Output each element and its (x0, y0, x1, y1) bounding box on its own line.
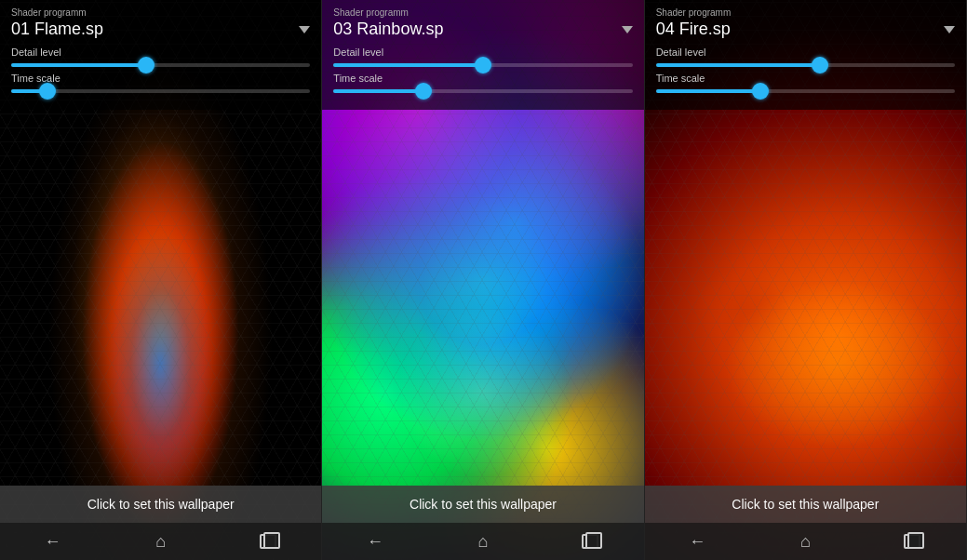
nav-bar-fire (645, 523, 966, 560)
detail-fill-rainbow (333, 63, 483, 67)
detail-slider-fire[interactable] (656, 63, 955, 67)
home-button-fire[interactable] (790, 530, 820, 553)
spacer-rainbow (322, 110, 643, 486)
back-icon-fire (689, 532, 707, 551)
detail-label-flame: Detail level (11, 47, 310, 58)
back-icon-flame (45, 532, 63, 551)
shader-name-row-rainbow: 03 Rainbow.sp (333, 20, 632, 39)
detail-fill-flame (11, 63, 146, 67)
home-button-flame[interactable] (146, 530, 176, 553)
recents-icon-fire (904, 534, 920, 549)
detail-fill-fire (656, 63, 821, 67)
set-wallpaper-button-rainbow[interactable]: Click to set this wallpaper (322, 486, 643, 523)
timescale-label-fire: Time scale (656, 73, 955, 84)
timescale-label-rainbow: Time scale (333, 73, 632, 84)
recents-icon-rainbow (582, 534, 598, 549)
timescale-control-flame: Time scale (11, 73, 310, 93)
shader-name-row-fire: 04 Fire.sp (656, 20, 955, 39)
detail-label-fire: Detail level (656, 47, 955, 58)
shader-label-fire: Shader programm (656, 7, 955, 18)
dropdown-arrow-fire[interactable] (944, 26, 955, 33)
phone-panel-fire: Shader programm 04 Fire.sp Detail level … (645, 0, 967, 560)
nav-bar-flame (0, 523, 321, 560)
detail-thumb-rainbow[interactable] (475, 57, 491, 73)
timescale-thumb-flame[interactable] (39, 83, 56, 100)
dropdown-arrow-rainbow[interactable] (622, 26, 633, 33)
set-wallpaper-button-flame[interactable]: Click to set this wallpaper (0, 486, 321, 523)
detail-slider-flame[interactable] (11, 63, 310, 67)
recents-button-fire[interactable] (897, 530, 927, 553)
shader-name-fire: 04 Fire.sp (656, 20, 731, 39)
home-icon-rainbow (474, 532, 492, 551)
detail-control-rainbow: Detail level (333, 47, 632, 67)
recents-button-rainbow[interactable] (575, 530, 605, 553)
home-icon-flame (152, 532, 170, 551)
detail-thumb-flame[interactable] (138, 57, 154, 73)
timescale-thumb-rainbow[interactable] (415, 83, 432, 100)
recents-button-flame[interactable] (253, 530, 283, 553)
back-icon-rainbow (367, 532, 385, 551)
back-button-flame[interactable] (39, 530, 69, 553)
timescale-label-flame: Time scale (11, 73, 310, 84)
home-button-rainbow[interactable] (468, 530, 498, 553)
back-button-rainbow[interactable] (361, 530, 391, 553)
shader-label-rainbow: Shader programm (333, 7, 632, 18)
phone-panel-rainbow: Shader programm 03 Rainbow.sp Detail lev… (322, 0, 644, 560)
recents-icon-flame (260, 534, 276, 549)
shader-name-flame: 01 Flame.sp (11, 20, 103, 39)
spacer-fire (645, 110, 966, 486)
home-icon-fire (796, 532, 814, 551)
controls-area-flame: Shader programm 01 Flame.sp Detail level… (0, 0, 321, 110)
back-button-fire[interactable] (683, 530, 713, 553)
detail-thumb-fire[interactable] (812, 57, 828, 73)
controls-area-fire: Shader programm 04 Fire.sp Detail level … (645, 0, 966, 110)
timescale-fill-fire (656, 89, 760, 93)
detail-slider-rainbow[interactable] (333, 63, 632, 67)
timescale-control-rainbow: Time scale (333, 73, 632, 93)
timescale-slider-fire[interactable] (656, 89, 955, 93)
timescale-thumb-fire[interactable] (752, 83, 769, 100)
timescale-slider-rainbow[interactable] (333, 89, 632, 93)
nav-bar-rainbow (322, 523, 643, 560)
shader-label-flame: Shader programm (11, 7, 310, 18)
timescale-fill-rainbow (333, 89, 423, 93)
timescale-control-fire: Time scale (656, 73, 955, 93)
spacer-flame (0, 110, 321, 486)
phone-panel-flame: Shader programm 01 Flame.sp Detail level… (0, 0, 322, 560)
detail-control-flame: Detail level (11, 47, 310, 67)
timescale-slider-flame[interactable] (11, 89, 310, 93)
dropdown-arrow-flame[interactable] (299, 26, 310, 33)
shader-name-rainbow: 03 Rainbow.sp (333, 20, 443, 39)
controls-area-rainbow: Shader programm 03 Rainbow.sp Detail lev… (322, 0, 643, 110)
shader-name-row-flame: 01 Flame.sp (11, 20, 310, 39)
detail-control-fire: Detail level (656, 47, 955, 67)
set-wallpaper-button-fire[interactable]: Click to set this wallpaper (645, 486, 966, 523)
